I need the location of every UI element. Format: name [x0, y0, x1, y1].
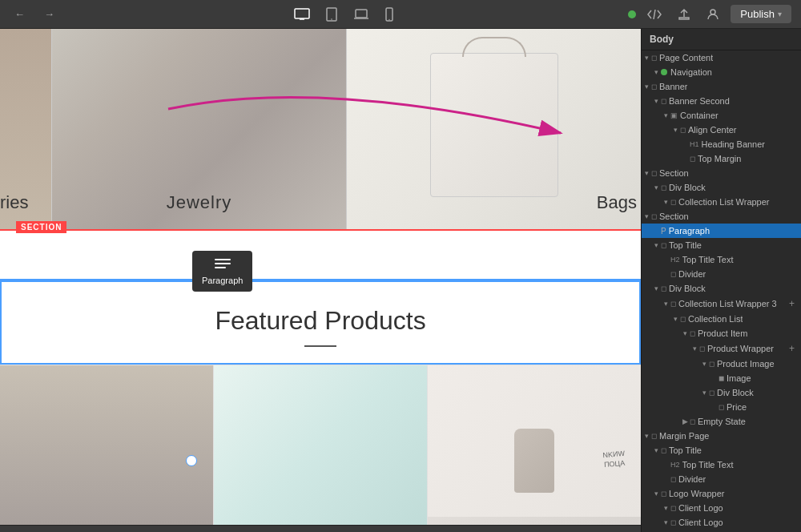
tree-toggle[interactable]: ▾ — [651, 183, 661, 191]
tree-toggle[interactable]: ▾ — [651, 241, 661, 249]
tree-label: Image — [727, 373, 751, 383]
rotate-handle[interactable] — [186, 455, 197, 466]
tree-toggle[interactable]: ▾ — [699, 389, 709, 397]
tree-item[interactable]: ▾Navigation — [642, 65, 801, 79]
tree-item[interactable]: ▾◻Div Block — [642, 281, 801, 296]
image-cell-bags: Bags — [347, 29, 641, 229]
paragraph-area[interactable]: Paragraph — [0, 231, 641, 279]
tree-label: Collection List Wrapper 3 — [678, 299, 777, 308]
tree-toggle[interactable]: ▾ — [642, 212, 651, 220]
svg-point-5 — [388, 18, 389, 19]
tree-toggle[interactable]: ▾ — [651, 490, 661, 498]
tree-item[interactable]: ▾◻Div Block — [642, 180, 801, 195]
svg-point-6 — [710, 10, 715, 14]
breadcrumb-bar: Align Center › H1 Heading Banner — [0, 525, 641, 532]
item-icon: ◻ — [651, 54, 657, 62]
tree-label: Top Title Text — [682, 460, 734, 470]
tree-item[interactable]: ◻Divider — [642, 267, 801, 281]
tree-toggle[interactable]: ▾ — [651, 68, 661, 76]
tree-toggle[interactable]: ▾ — [642, 83, 651, 91]
tree-item[interactable]: ▾◻Banner — [642, 79, 801, 94]
user-button[interactable] — [702, 5, 724, 24]
item-icon: ◻ — [651, 432, 657, 440]
tree-item[interactable]: ▾◻Section — [642, 209, 801, 224]
tree-toggle[interactable]: ▾ — [651, 284, 661, 292]
tree-toggle[interactable]: ▾ — [642, 54, 651, 62]
tree-item[interactable]: ▾◻Top Title — [642, 238, 801, 252]
tree-item[interactable]: H2Top Title Text — [642, 252, 801, 267]
device-mobile-button[interactable] — [380, 4, 398, 25]
tree-item[interactable]: ▾◻Align Center — [642, 123, 801, 137]
back-button[interactable]: ← — [10, 5, 30, 23]
tree-toggle[interactable]: ▾ — [642, 432, 651, 440]
tree-item[interactable]: ▾◻Product Item — [642, 326, 801, 341]
device-laptop-button[interactable] — [348, 5, 374, 24]
item-icon: ◻ — [680, 315, 686, 323]
tree-toggle[interactable]: ▾ — [651, 446, 661, 454]
tree-label: Page Content — [659, 53, 713, 62]
h2-icon: H2 — [670, 461, 680, 469]
tree-label: Price — [727, 402, 747, 412]
item-icon: ◻ — [661, 241, 666, 249]
share-button[interactable] — [673, 5, 695, 24]
breadcrumb-align-center[interactable]: Align Center — [8, 529, 66, 533]
tree-item[interactable]: ▾◻Logo Wrapper — [642, 486, 801, 501]
tree-item[interactable]: ▾◻Client Logo — [642, 501, 801, 515]
breadcrumb-heading-banner[interactable]: H1 Heading Banner — [78, 529, 166, 533]
tree-item[interactable]: ▾◻Margin Page — [642, 429, 801, 443]
tree-label: Navigation — [670, 67, 712, 77]
tree-toggle[interactable]: ▾ — [670, 315, 680, 323]
publish-button[interactable]: Publish ▾ — [731, 5, 791, 23]
device-switcher — [289, 4, 398, 25]
tree-plus-button[interactable]: + — [789, 343, 801, 354]
tree-item[interactable]: H2Top Title Text — [642, 457, 801, 472]
tree-item[interactable]: ▾◻Top Title — [642, 443, 801, 457]
panel-header: Body — [642, 29, 801, 50]
tree-item[interactable]: ▾◻Client Logo — [642, 515, 801, 530]
forward-button[interactable]: → — [39, 5, 59, 23]
tree-item[interactable]: ◻Top Margin — [642, 151, 801, 166]
tree-toggle[interactable]: ▾ — [651, 97, 661, 105]
tree-item[interactable]: H1Heading Banner — [642, 137, 801, 151]
tree-toggle[interactable]: ▾ — [661, 111, 670, 119]
tree-toggle[interactable]: ▾ — [680, 329, 690, 337]
category-jewelry-text: Jewelry — [167, 192, 232, 213]
tree-item[interactable]: ▾◻Page Content — [642, 50, 801, 65]
tree-item[interactable]: ▾◻Collection List Wrapper — [642, 195, 801, 209]
image-cell-left: ries — [0, 29, 52, 229]
code-button[interactable] — [642, 6, 666, 23]
tree-item[interactable]: ◼Image — [642, 371, 801, 385]
tree-toggle[interactable]: ▾ — [670, 126, 680, 134]
tree-item[interactable]: ▾◻Div Block — [642, 385, 801, 400]
tree-item[interactable]: ▶◻Empty State — [642, 414, 801, 429]
tree-item[interactable]: ▾◻Banner Second — [642, 94, 801, 108]
tree-label: Top Title — [669, 240, 702, 250]
tree-label: Banner Second — [669, 96, 730, 106]
tree-plus-button[interactable]: + — [789, 298, 801, 309]
tree-item[interactable]: PParagraph — [642, 224, 801, 238]
tree-item[interactable]: ◻Price — [642, 400, 801, 414]
tree-item[interactable]: ◻Divider — [642, 472, 801, 486]
tree-toggle[interactable]: ▾ — [690, 345, 699, 353]
div-icon: ◻ — [709, 389, 714, 397]
tree-item[interactable]: ▾◻Section — [642, 166, 801, 180]
svg-rect-10 — [215, 267, 226, 268]
tree-toggle[interactable]: ▾ — [661, 300, 670, 308]
tree-item[interactable]: ▾◻Collection List Wrapper 3+ — [642, 296, 801, 312]
tree-toggle[interactable]: ▾ — [699, 360, 709, 368]
tree-item[interactable]: ▾◻Product Wrapper+ — [642, 341, 801, 357]
tree-toggle[interactable]: ▾ — [661, 518, 670, 526]
device-desktop-button[interactable] — [289, 5, 315, 24]
item-icon: ◻ — [670, 270, 676, 278]
tree-toggle[interactable]: ▾ — [642, 169, 651, 177]
tree-toggle[interactable]: ▾ — [661, 504, 670, 512]
tree-toggle[interactable]: ▾ — [661, 198, 670, 206]
device-tablet-button[interactable] — [321, 4, 342, 25]
svg-point-2 — [331, 18, 332, 20]
tree-label: Product Wrapper — [707, 344, 774, 353]
tree-item[interactable]: ▾◻Collection List — [642, 312, 801, 326]
tree-item[interactable]: ▾◻Product Image — [642, 357, 801, 371]
publish-label: Publish — [740, 8, 775, 20]
tree-toggle[interactable]: ▶ — [680, 417, 690, 425]
tree-item[interactable]: ▾▣Container — [642, 108, 801, 123]
